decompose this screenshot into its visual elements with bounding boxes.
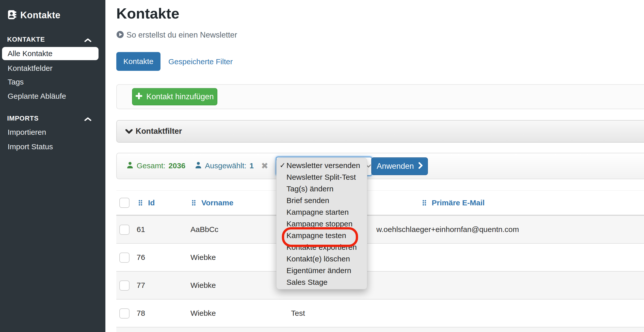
bulk-action-menu-item[interactable]: ✓ Newsletter versenden	[277, 160, 367, 171]
drag-handle-icon[interactable]	[422, 200, 426, 207]
row-checkbox[interactable]	[119, 308, 130, 319]
tab-kontakte[interactable]: Kontakte	[116, 52, 160, 71]
person-icon-green	[126, 161, 134, 171]
row-checkbox[interactable]	[119, 280, 130, 291]
menu-item-label: Brief senden	[286, 196, 329, 205]
apply-label: Anwenden	[377, 162, 414, 171]
newsletter-tutorial-link[interactable]: So erstellst du einen Newsletter	[116, 31, 237, 39]
drag-handle-icon[interactable]	[138, 200, 142, 207]
bulk-action-menu: ✓ Newsletter versenden ✓ Newsletter Spli…	[276, 158, 367, 289]
selected-value: 1	[249, 161, 254, 170]
drag-handle-icon[interactable]	[192, 200, 196, 207]
cell-vorname: Wiebke	[190, 300, 216, 327]
contacts-table: Id Vorname Primäre E-Mail 61 AaBbCc w.oe…	[116, 190, 644, 332]
app-logo-label: Kontakte	[20, 10, 60, 21]
sidebar-section-imports[interactable]: IMPORTS	[7, 114, 99, 122]
menu-item-label: Kontakt(e) löschen	[286, 255, 350, 263]
cell-id: 77	[137, 272, 145, 299]
page-title: Kontakte	[116, 5, 179, 22]
table-header-row: Id Vorname Primäre E-Mail	[116, 190, 644, 216]
selected-label: Ausgewählt:	[205, 161, 246, 170]
row-checkbox[interactable]	[119, 253, 130, 263]
select-all-checkbox[interactable]	[119, 198, 130, 208]
sidebar-item-kontaktfelder[interactable]: Kontaktfelder	[8, 64, 53, 73]
address-book-icon	[7, 10, 17, 21]
sidebar-item-geplante-ablaeufe[interactable]: Geplante Abläufe	[8, 92, 66, 101]
menu-item-label: Kampagne starten	[286, 208, 349, 216]
cell-id: 61	[137, 216, 145, 243]
sidebar-item-tags[interactable]: Tags	[8, 78, 24, 86]
column-header-vorname[interactable]: Vorname	[201, 191, 233, 215]
bulk-action-menu-item[interactable]: ✓ Tag(s) ändern	[277, 183, 367, 195]
kontaktfilter-toggle[interactable]: Kontaktfilter	[116, 120, 644, 143]
bulk-action-menu-item[interactable]: ✓ Kampagne testen	[277, 230, 367, 241]
total-contacts-stat: Gesamt: 2036	[126, 153, 185, 178]
table-row[interactable]: 78 Wiebke Test	[116, 300, 644, 327]
cell-id: 78	[137, 300, 145, 327]
tab-gespeicherte-filter[interactable]: Gespeicherte Filter	[168, 57, 233, 66]
play-circle-icon	[116, 31, 124, 39]
row-checkbox[interactable]	[119, 225, 130, 235]
menu-item-label: Sales Stage	[286, 278, 328, 286]
menu-item-label: Kontakte exportieren	[286, 243, 357, 251]
total-label: Gesamt:	[137, 161, 165, 170]
chevron-right-icon	[418, 162, 423, 171]
bulk-action-menu-item[interactable]: ✓ Eigentümer ändern	[277, 265, 367, 276]
app-logo[interactable]: Kontakte	[7, 10, 60, 21]
menu-item-label: Kampagne stoppen	[286, 220, 352, 228]
table-body: 61 AaBbCc w.oehlschlaeger+einhornfan@que…	[116, 216, 644, 327]
menu-item-label: Kampagne testen	[286, 231, 346, 240]
chevron-down-icon	[125, 129, 133, 135]
menu-item-label: Newsletter versenden	[286, 161, 360, 170]
column-header-id[interactable]: Id	[148, 191, 155, 215]
cell-vorname: Wiebke	[190, 272, 216, 299]
table-row[interactable]: 61 AaBbCc w.oehlschlaeger+einhornfan@que…	[116, 216, 644, 244]
sidebar-item-label: Alle Kontakte	[8, 47, 53, 60]
bulk-action-menu-item[interactable]: ✓ Newsletter Split-Test	[277, 171, 367, 183]
plus-icon	[136, 92, 142, 101]
sidebar-section-kontakte[interactable]: KONTAKTE	[7, 36, 99, 43]
add-contact-label: Kontakt hinzufügen	[146, 92, 214, 101]
clear-selection-icon[interactable]: ✖	[261, 153, 268, 178]
app-screen: Kontakte KONTAKTE Alle Kontakte Kontaktf…	[0, 0, 644, 332]
sidebar-section-kontakte-label: KONTAKTE	[7, 36, 45, 43]
chevron-up-icon	[84, 115, 91, 123]
chevron-up-icon	[84, 36, 91, 44]
cell-vorname: AaBbCc	[190, 216, 218, 243]
sidebar-item-import-status[interactable]: Import Status	[8, 142, 53, 151]
table-row[interactable]: 77 Wiebke	[116, 272, 644, 300]
menu-item-label: Newsletter Split-Test	[286, 173, 356, 181]
cell-third-column: Test	[291, 300, 305, 327]
table-row[interactable]: 76 Wiebke	[116, 244, 644, 272]
add-contact-button[interactable]: Kontakt hinzufügen	[132, 88, 217, 105]
menu-item-label: Tag(s) ändern	[286, 185, 333, 193]
kontaktfilter-label: Kontaktfilter	[136, 121, 182, 142]
sidebar-section-imports-label: IMPORTS	[7, 114, 39, 122]
total-value: 2036	[168, 161, 185, 170]
sidebar-item-importieren[interactable]: Importieren	[8, 128, 46, 137]
menu-item-label: Eigentümer ändern	[286, 266, 351, 275]
cell-id: 76	[137, 244, 145, 271]
checkmark-icon: ✓	[280, 160, 285, 171]
bulk-action-menu-item[interactable]: ✓ Kontakt(e) löschen	[277, 253, 367, 265]
add-contact-panel: Kontakt hinzufügen	[116, 84, 644, 109]
cell-vorname: Wiebke	[190, 244, 216, 271]
bulk-action-menu-item[interactable]: ✓ Kontakte exportieren	[277, 241, 367, 253]
bulk-action-menu-item[interactable]: ✓ Kampagne stoppen	[277, 218, 367, 230]
sidebar: Kontakte KONTAKTE Alle Kontakte Kontaktf…	[0, 0, 105, 332]
apply-button[interactable]: Anwenden	[371, 157, 428, 175]
cell-primaere-email: w.oehlschlaeger+einhornfan@quentn.com	[376, 216, 519, 243]
table-row-partial	[116, 327, 644, 332]
bulk-action-menu-item[interactable]: ✓ Kampagne starten	[277, 206, 367, 218]
selected-contacts-stat: Ausgewählt: 1	[195, 153, 254, 178]
column-header-primaere-email[interactable]: Primäre E-Mail	[432, 191, 485, 215]
person-icon-blue	[195, 161, 202, 171]
sidebar-item-alle-kontakte[interactable]: Alle Kontakte	[2, 47, 99, 60]
bulk-action-menu-item[interactable]: ✓ Sales Stage	[277, 276, 367, 288]
newsletter-tutorial-label: So erstellst du einen Newsletter	[126, 30, 237, 40]
bulk-action-menu-item[interactable]: ✓ Brief senden	[277, 195, 367, 206]
